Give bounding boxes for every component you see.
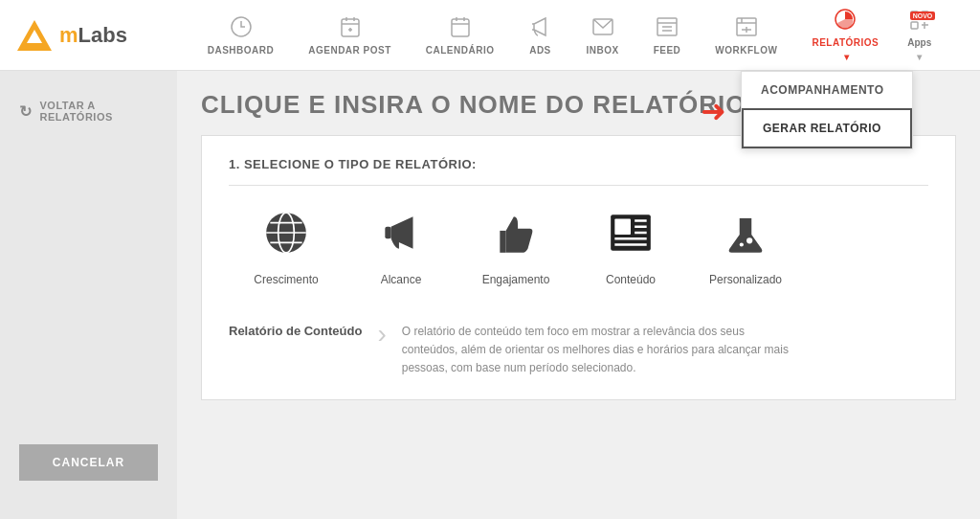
inbox-icon	[591, 15, 614, 41]
red-arrow-indicator: ➜	[701, 93, 726, 129]
nav-label-dashboard: Dashboard	[208, 45, 275, 56]
logo-text: mLabs	[59, 23, 127, 48]
report-detail: Relatório de Conteúdo › O relatório de c…	[229, 313, 928, 378]
report-detail-title: Relatório de Conteúdo	[229, 323, 362, 340]
nav-label-agendar-post: Agendar Post	[308, 45, 391, 56]
nav-item-workflow[interactable]: WorkfLoW	[698, 0, 794, 71]
nav-label-relatorios: Relatórios	[812, 37, 879, 48]
newspaper-icon	[607, 209, 655, 263]
nav-item-ads[interactable]: Ads	[511, 0, 568, 71]
svg-point-43	[740, 242, 744, 246]
engajamento-label: Engajamento	[482, 273, 550, 286]
logo-icon	[17, 20, 52, 51]
thumbsup-icon	[492, 209, 540, 263]
nav-label-inbox: Inbox	[586, 45, 618, 56]
workflow-icon	[735, 15, 758, 41]
svg-rect-36	[614, 218, 631, 235]
nav-items: Dashboard Agendar Post Calendário	[153, 0, 980, 70]
nav-item-apps[interactable]: NOVO Apps ▾	[896, 0, 943, 71]
apps-chevron: ▾	[917, 52, 922, 62]
calendario-icon	[449, 15, 472, 41]
nav-label-feed: Feed	[654, 45, 681, 56]
dashboard-icon	[230, 15, 253, 41]
dropdown-item-acompanhamento[interactable]: Acompanhamento	[742, 72, 912, 108]
report-type-personalizado[interactable]: Personalizado	[688, 209, 803, 286]
relatorios-dropdown: Acompanhamento Gerar Relatório	[741, 71, 913, 149]
nav-label-apps: Apps	[907, 37, 931, 48]
report-type-crescimento[interactable]: Crescimento	[229, 209, 344, 286]
report-type-card: 1. Selecione o tipo de relatório: Cresci	[201, 135, 956, 400]
ads-icon	[528, 15, 551, 41]
relatorios-chevron: ▾	[844, 52, 850, 62]
nav-item-relatorios[interactable]: Relatórios ▾	[794, 0, 896, 71]
logo[interactable]: mLabs	[0, 20, 153, 51]
report-type-alcance[interactable]: Alcance	[344, 209, 458, 286]
nav-item-dashboard[interactable]: Dashboard	[190, 0, 292, 71]
refresh-icon: ↻	[19, 102, 33, 121]
feed-icon	[656, 15, 679, 41]
section-title: 1. Selecione o tipo de relatório:	[229, 157, 928, 186]
megaphone-icon	[377, 209, 425, 263]
report-types-list: Crescimento Alcance	[229, 209, 928, 286]
flask-icon	[722, 209, 769, 263]
globe-icon	[262, 209, 310, 263]
svg-rect-7	[452, 19, 469, 36]
nav-item-feed[interactable]: Feed	[636, 0, 699, 71]
nav-label-calendario: Calendário	[426, 45, 495, 56]
alcance-label: Alcance	[381, 273, 422, 286]
dropdown-item-gerar-relatorio[interactable]: Gerar Relatório	[742, 108, 912, 148]
report-type-engajamento[interactable]: Engajamento	[458, 209, 573, 286]
agendar-post-icon	[339, 15, 362, 41]
svg-rect-34	[385, 227, 390, 239]
back-to-relatorios-link[interactable]: ↻ Voltar a relatórios	[0, 90, 177, 132]
arrow-right-icon: ›	[377, 321, 386, 348]
report-type-conteudo[interactable]: Conteúdo	[573, 209, 688, 286]
nav-label-ads: Ads	[529, 45, 551, 56]
top-navigation: mLabs Dashboard Agendar Post	[0, 0, 980, 71]
nav-item-calendario[interactable]: Calendário	[409, 0, 512, 71]
relatorios-icon	[834, 8, 857, 34]
conteudo-label: Conteúdo	[606, 273, 656, 286]
crescimento-label: Crescimento	[254, 273, 318, 286]
nav-label-workflow: WorkfLoW	[715, 45, 777, 56]
svg-point-44	[746, 237, 752, 243]
cancel-button[interactable]: Cancelar	[19, 444, 158, 481]
sidebar-top: ↻ Voltar a relatórios	[0, 90, 177, 132]
nav-item-agendar-post[interactable]: Agendar Post	[291, 0, 409, 71]
apps-badge: NOVO	[910, 11, 936, 20]
report-detail-description: O relatório de conteúdo tem foco em most…	[402, 323, 804, 378]
svg-rect-26	[911, 22, 918, 29]
back-link-label: Voltar a relatórios	[40, 100, 159, 123]
sidebar: ↻ Voltar a relatórios Cancelar	[0, 71, 177, 519]
personalizado-label: Personalizado	[709, 273, 782, 286]
nav-item-inbox[interactable]: Inbox	[568, 0, 635, 71]
